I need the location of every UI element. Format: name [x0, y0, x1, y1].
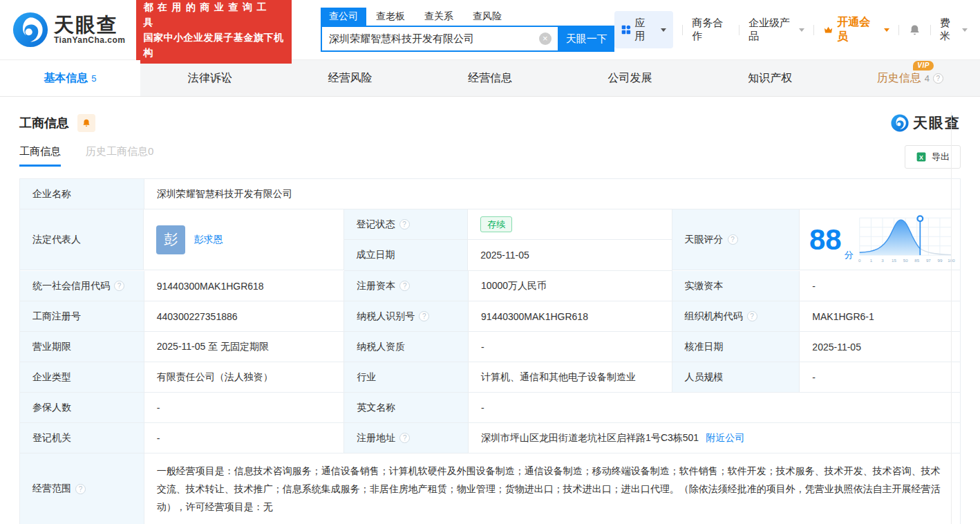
tab-label: 经营风险: [328, 71, 372, 86]
field-label: 成立日期: [344, 240, 469, 270]
tab-label: 基本信息: [44, 71, 88, 86]
user-menu[interactable]: 费米: [940, 17, 968, 43]
table-row: 营业期限 2025-11-05 至 无固定期限 纳税人资质 - 核准日期 202…: [20, 332, 960, 362]
field-label: 法定代表人: [20, 209, 144, 270]
reg-number-value: 440300227351886: [144, 301, 345, 332]
field-label: 经营范围 ?: [20, 453, 144, 524]
approval-date-value: 2025-11-05: [800, 332, 960, 362]
promo-line2: 国家中小企业发展子基金旗下机构: [143, 30, 284, 60]
legal-rep-avatar[interactable]: 彭: [156, 225, 185, 254]
business-scope-value: 一般经营项目是：信息技术咨询服务；通信设备销售；计算机软硬件及外围设备制造；通信…: [144, 453, 960, 524]
paid-capital-value: -: [800, 271, 960, 301]
divider: [739, 25, 739, 35]
english-name-value: -: [469, 393, 960, 423]
subtab-business-info[interactable]: 工商信息: [19, 145, 61, 167]
table-row: 参保人数 - 英文名称 -: [20, 393, 960, 423]
field-label: 统一社会信用代码 ?: [20, 271, 144, 301]
legal-rep-link[interactable]: 彭求恩: [194, 234, 223, 246]
clear-search-icon[interactable]: ×: [539, 32, 552, 45]
tab-company-development[interactable]: 公司发展: [560, 60, 700, 96]
svg-text:15: 15: [892, 257, 896, 262]
org-code-value: MAK1HGR6-1: [800, 301, 960, 332]
search-tab-relation[interactable]: 查关系: [415, 8, 463, 26]
business-term-value: 2025-11-05 至 无固定期限: [144, 332, 345, 362]
field-label-text: 注册地址: [357, 432, 395, 445]
vip-membership-menu[interactable]: 开通会员: [823, 15, 889, 44]
apps-menu-label: 应用: [635, 17, 653, 43]
tab-legal-litigation[interactable]: 法律诉讼: [140, 60, 281, 96]
tab-basic-info[interactable]: 基本信息 5: [0, 60, 140, 96]
company-name-value: 深圳荣耀智慧科技开发有限公司: [144, 179, 960, 209]
legal-rep-cell: 彭 彭求恩: [144, 209, 343, 270]
help-icon[interactable]: ?: [399, 281, 410, 291]
tianyancha-watermark-icon: [891, 114, 909, 132]
help-icon[interactable]: ?: [747, 311, 757, 321]
help-icon[interactable]: ?: [75, 484, 86, 494]
export-button[interactable]: X 导出: [905, 145, 961, 169]
business-cooperation-link[interactable]: 商务合作: [692, 17, 730, 43]
svg-text:97: 97: [926, 257, 931, 262]
field-label: 人员规模: [672, 362, 800, 393]
help-icon[interactable]: ?: [933, 73, 943, 84]
help-icon[interactable]: ?: [399, 433, 410, 443]
taxpayer-id-value: 91440300MAK1HGR618: [469, 301, 672, 332]
brand-domain: TianYanCha.com: [54, 35, 125, 45]
table-row: 企业类型 有限责任公司（法人独资） 行业 计算机、通信和其他电子设备制造业 人员…: [20, 362, 960, 393]
tab-count: 5: [91, 73, 96, 84]
watermark-logo: 天眼查: [891, 113, 961, 133]
industry-value: 计算机、通信和其他电子设备制造业: [469, 362, 672, 393]
search-button[interactable]: 天眼一下: [559, 26, 614, 52]
score-unit: 分: [845, 249, 854, 261]
search-input-wrap: ×: [321, 26, 559, 52]
main-tabbar: 基本信息 5 法律诉讼 经营风险 经营信息 公司发展 知识产权 VIP 历史信息…: [0, 60, 980, 97]
field-label: 纳税人资质: [344, 332, 469, 362]
help-icon[interactable]: ?: [399, 219, 410, 230]
vip-badge: VIP: [913, 61, 934, 71]
promo-banner: 都在用的商业查询工具 国家中小企业发展子基金旗下机构: [136, 0, 291, 64]
field-label: 核准日期: [672, 332, 800, 362]
subtab-history-business-info[interactable]: 历史工商信息0: [86, 145, 153, 158]
field-label: 登记机关: [20, 423, 144, 453]
staff-size-value: -: [800, 362, 960, 393]
field-label: 英文名称: [344, 393, 469, 423]
field-label: 纳税人识别号 ?: [344, 301, 469, 332]
table-row: 登记机关 - 注册地址 ? 深圳市坪山区龙田街道老坑社区启祥路1号C3栋501 …: [20, 423, 960, 453]
field-label: 天眼评分 ?: [672, 209, 800, 270]
help-icon[interactable]: ?: [114, 281, 124, 291]
field-label-text: 经营范围: [32, 483, 71, 495]
help-icon[interactable]: ?: [419, 311, 429, 321]
chevron-down-icon: [962, 28, 968, 32]
field-label-text: 注册资本: [357, 280, 395, 292]
nearby-companies-link[interactable]: 附近公司: [706, 432, 744, 445]
watermark-text: 天眼查: [913, 113, 961, 133]
reg-authority-value: -: [144, 423, 345, 453]
subscribe-bell-icon[interactable]: [77, 114, 95, 132]
reg-status-cell: 存续: [468, 209, 671, 239]
crown-icon: [823, 24, 833, 36]
tab-operation-risk[interactable]: 经营风险: [280, 60, 420, 96]
tab-intellectual-property[interactable]: 知识产权: [700, 60, 840, 96]
search-tab-risk[interactable]: 查风险: [463, 8, 511, 26]
svg-text:X: X: [919, 154, 923, 161]
reg-address-cell: 深圳市坪山区龙田街道老坑社区启祥路1号C3栋501 附近公司: [469, 423, 960, 453]
apps-menu[interactable]: 应用: [614, 11, 674, 48]
search-tab-boss[interactable]: 查老板: [366, 8, 415, 26]
insured-count-value: -: [144, 393, 345, 423]
site-logo[interactable]: 天眼查 TianYanCha.com: [12, 12, 125, 48]
chevron-down-icon: [884, 28, 889, 32]
notification-bell-icon[interactable]: [908, 24, 921, 37]
establish-date-value: 2025-11-05: [468, 240, 671, 270]
score-marker-pin: [917, 216, 923, 221]
help-icon[interactable]: ?: [728, 234, 738, 245]
header-right-nav: 应用 商务合作 企业级产品 开通会员 费米: [614, 11, 968, 48]
tab-operation-info[interactable]: 经营信息: [420, 60, 560, 96]
tab-history-info[interactable]: VIP 历史信息 4 ?: [840, 60, 980, 96]
reg-address-value: 深圳市坪山区龙田街道老坑社区启祥路1号C3栋501: [481, 432, 699, 445]
search-input[interactable]: [322, 33, 558, 45]
search-type-tabs: 查公司 查老板 查关系 查风险: [321, 8, 614, 26]
enterprise-products-menu[interactable]: 企业级产品: [748, 17, 804, 43]
search-tab-company[interactable]: 查公司: [321, 8, 366, 26]
tab-label: 经营信息: [468, 71, 512, 86]
field-label: 登记状态 ?: [344, 209, 469, 239]
table-row: 经营范围 ? 一般经营项目是：信息技术咨询服务；通信设备销售；计算机软硬件及外围…: [20, 453, 960, 524]
